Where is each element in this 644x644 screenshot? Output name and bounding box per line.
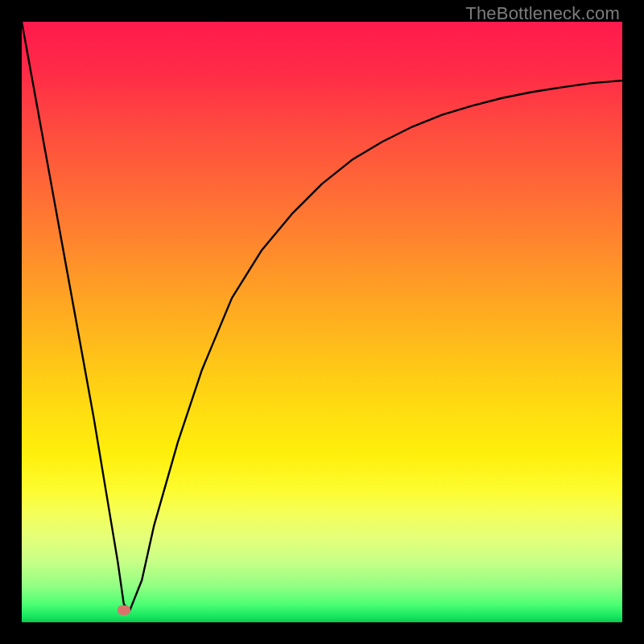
bottleneck-curve bbox=[22, 22, 622, 610]
chart-frame bbox=[22, 22, 622, 622]
optimal-point-marker bbox=[118, 605, 130, 615]
plot-area bbox=[22, 22, 622, 622]
watermark-label: TheBottleneck.com bbox=[465, 3, 620, 24]
curve-layer bbox=[22, 22, 622, 622]
